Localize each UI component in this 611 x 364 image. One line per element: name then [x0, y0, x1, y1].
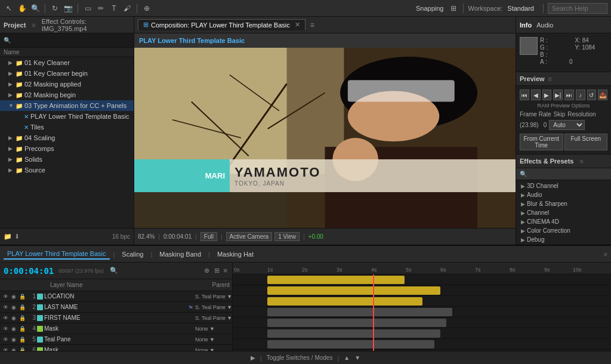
- layer-row-6[interactable]: 👁 ◉ 🔒 6 Mask None ▼: [0, 345, 232, 351]
- tl-tab3[interactable]: Masking Band: [156, 249, 205, 259]
- comp-viewer[interactable]: MARI YAMAMOTO TOKYO, JAPAN: [134, 48, 516, 228]
- tool-zoom[interactable]: 🔍: [30, 3, 41, 14]
- prev-frame-btn[interactable]: ◀: [531, 90, 541, 100]
- track-bar-2[interactable]: [267, 286, 440, 295]
- comp-tab-close[interactable]: ✕: [295, 21, 300, 29]
- list-item-comp[interactable]: ✕ PLAY Lower Third Template Basic: [0, 111, 134, 122]
- tool-arrow[interactable]: ↖: [4, 3, 14, 14]
- list-item-comp2[interactable]: ✕ Tiles: [0, 122, 134, 132]
- list-item[interactable]: ▶ 📁 02 Masking begin: [0, 90, 134, 100]
- snapping-toggle[interactable]: ⊞: [448, 3, 459, 14]
- list-item[interactable]: ▶ 📁 01 Key Cleaner: [0, 57, 134, 68]
- tl-tab2[interactable]: Scaling: [118, 249, 147, 259]
- audio-tab[interactable]: Audio: [536, 21, 553, 29]
- resolution-btn[interactable]: Full: [200, 232, 217, 241]
- layer-lock-1[interactable]: 🔒: [18, 292, 26, 301]
- effect-channel[interactable]: ▶ Channel: [516, 208, 611, 217]
- effect-3d[interactable]: ▶ 3D Channel: [516, 181, 611, 190]
- tool-brush[interactable]: 🖌: [122, 3, 132, 14]
- tl-bottom-icon2[interactable]: ▲: [344, 354, 350, 361]
- export-btn[interactable]: 📤: [598, 90, 607, 100]
- playhead[interactable]: [373, 274, 374, 351]
- layer-vis-4[interactable]: 👁: [1, 325, 10, 333]
- tool-text[interactable]: T: [109, 3, 119, 14]
- layer-row-2[interactable]: 👁 ◉ 🔒 2 LAST NAME fx S. Teal Pane ▼: [0, 302, 232, 313]
- tl-ctrl1[interactable]: ⊕: [203, 267, 211, 274]
- list-item[interactable]: ▶ 📁 Source: [0, 165, 134, 175]
- from-current-btn[interactable]: From Current Time: [520, 134, 563, 150]
- list-item[interactable]: ▶ 📁 01 Key Cleaner begin: [0, 68, 134, 79]
- layer-row-3[interactable]: 👁 ◉ 🔒 3 FIRST NAME S. Teal Pane ▼: [0, 313, 232, 323]
- track-bar-6[interactable]: [267, 329, 440, 338]
- track-bar-7[interactable]: [267, 340, 434, 348]
- layer-vis-6[interactable]: 👁: [1, 346, 10, 351]
- timeline-tracks[interactable]: [233, 274, 611, 351]
- list-item-active[interactable]: ▼ 📁 03 Type Animation for CC + Panels: [0, 100, 134, 111]
- list-item[interactable]: ▶ 📁 02 Masking applied: [0, 79, 134, 90]
- tl-ctrl3[interactable]: ≡: [223, 267, 229, 274]
- layer-lock-6[interactable]: 🔒: [18, 346, 26, 351]
- tool-hand[interactable]: ✋: [17, 3, 27, 14]
- comp-tab-active[interactable]: ⊞ Composition: PLAY Lower Third Template…: [138, 19, 306, 30]
- tl-ctrl2[interactable]: ⊞: [213, 267, 221, 274]
- tool-pen[interactable]: ✏: [95, 3, 106, 14]
- layer-solo-3[interactable]: ◉: [10, 314, 18, 322]
- effect-blur[interactable]: ▶ Blur & Sharpen: [516, 199, 611, 208]
- list-item[interactable]: ▶ 📁 Solids: [0, 154, 134, 165]
- effect-audio[interactable]: ▶ Audio: [516, 190, 611, 199]
- help-search[interactable]: [548, 3, 607, 14]
- layer-lock-5[interactable]: 🔒: [18, 335, 26, 344]
- layer-row-5[interactable]: 👁 ◉ 🔒 5 Teal Pane None ▼: [0, 334, 232, 345]
- view-btn[interactable]: 1 View: [274, 232, 300, 241]
- tl-bottom-icon1[interactable]: ▶: [251, 354, 255, 361]
- list-item[interactable]: ▶ 📁 Precomps: [0, 143, 134, 154]
- layer-row-1[interactable]: 👁 ◉ 🔒 1 LOCATION S. Teal Pane ▼: [0, 291, 232, 302]
- tool-puppet[interactable]: ⊕: [141, 3, 152, 14]
- effect-debug[interactable]: ▶ Debug: [516, 235, 611, 244]
- layer-vis-1[interactable]: 👁: [1, 292, 10, 301]
- tl-menu-icon[interactable]: ≡: [604, 251, 607, 258]
- import-icon[interactable]: ⬇: [14, 233, 20, 240]
- effects-menu-icon[interactable]: ≡: [580, 158, 584, 165]
- effects-search-input[interactable]: [529, 171, 607, 177]
- layer-row-4[interactable]: 👁 ◉ 🔒 4 Mask None ▼: [0, 323, 232, 334]
- layer-vis-3[interactable]: 👁: [1, 314, 10, 322]
- project-search-input[interactable]: [13, 37, 130, 44]
- layer-lock-3[interactable]: 🔒: [18, 314, 26, 322]
- list-item[interactable]: ▶ 📁 04 Scaling: [0, 132, 134, 143]
- tool-rotate[interactable]: ↻: [50, 3, 60, 14]
- tool-cam[interactable]: 📷: [63, 3, 73, 14]
- effect-distort[interactable]: ▶ Distort: [516, 244, 611, 245]
- layer-solo-5[interactable]: ◉: [10, 335, 18, 344]
- play-btn[interactable]: ▶: [542, 90, 552, 100]
- layer-vis-2[interactable]: 👁: [1, 303, 10, 311]
- track-bar-5[interactable]: [267, 319, 446, 327]
- resolution-select[interactable]: Auto Full Half Third Quarter: [549, 120, 585, 130]
- tl-tab1[interactable]: PLAY Lower Third Template Basic: [4, 249, 110, 260]
- layer-lock-4[interactable]: 🔒: [18, 325, 26, 333]
- layer-solo-4[interactable]: ◉: [10, 325, 18, 333]
- new-folder-icon[interactable]: 📁: [4, 233, 12, 240]
- info-tab[interactable]: Info: [520, 21, 532, 29]
- layer-vis-5[interactable]: 👁: [1, 335, 10, 344]
- layer-lock-2[interactable]: 🔒: [18, 303, 26, 311]
- first-frame-btn[interactable]: ⏮: [520, 90, 529, 100]
- track-bar-4[interactable]: [267, 308, 452, 316]
- zoom-btn[interactable]: 82.4%: [138, 233, 155, 240]
- loop-btn[interactable]: ↺: [587, 90, 597, 100]
- preview-menu-icon[interactable]: ≡: [548, 75, 552, 82]
- toggle-switches-btn[interactable]: Toggle Switches / Modes: [267, 354, 333, 361]
- comp-tab-menu[interactable]: ≡: [310, 21, 314, 29]
- tl-search-btn[interactable]: 🔍: [109, 267, 119, 274]
- audio-btn[interactable]: ♪: [576, 90, 585, 100]
- tl-bottom-icon3[interactable]: ▼: [354, 354, 360, 361]
- track-bar-3[interactable]: [267, 297, 422, 306]
- tool-rect[interactable]: ▭: [82, 3, 93, 14]
- layer-solo-1[interactable]: ◉: [10, 292, 18, 301]
- layer-solo-6[interactable]: ◉: [10, 346, 18, 351]
- camera-btn[interactable]: Active Camera: [226, 232, 273, 241]
- effect-color[interactable]: ▶ Color Correction: [516, 226, 611, 235]
- last-frame-btn[interactable]: ⏭: [564, 90, 574, 100]
- effect-cinema4d[interactable]: ▶ CINEMA 4D: [516, 217, 611, 226]
- full-screen-btn[interactable]: Full Screen: [564, 134, 608, 150]
